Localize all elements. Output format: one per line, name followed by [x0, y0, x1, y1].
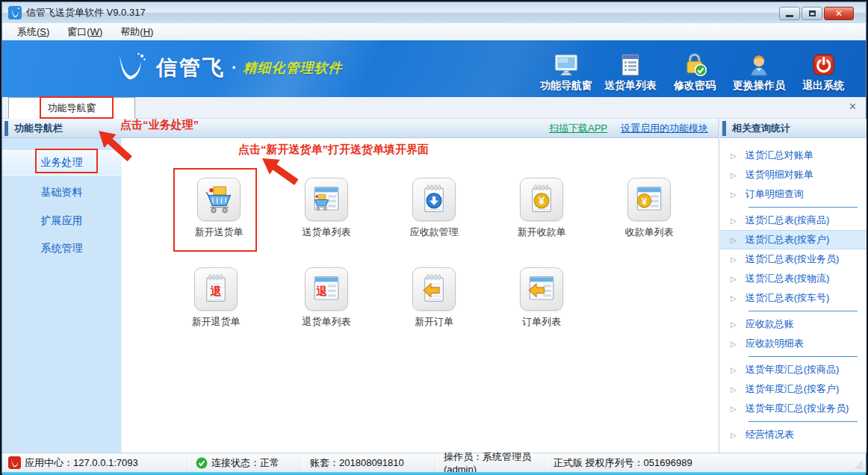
tab-label: 功能导航窗: [48, 102, 96, 115]
triangle-bullet-icon: ▷: [731, 171, 737, 179]
brand-logo-icon: [113, 51, 147, 85]
monitor-icon: [553, 53, 580, 77]
operator-icon: [746, 53, 772, 77]
banner: 信管飞 · 精细化管理软件 功能导航窗: [2, 40, 866, 97]
query-item-summary-by-product[interactable]: ▷送货汇总表(按商品): [720, 211, 867, 230]
tab-close-icon[interactable]: ✕: [849, 101, 857, 112]
query-item-summary-by-customer[interactable]: ▷送货汇总表(按客户): [720, 230, 867, 249]
maximize-icon: [809, 10, 816, 16]
triangle-bullet-icon: ▷: [731, 217, 737, 225]
menu-window[interactable]: 窗口(W): [60, 23, 110, 41]
maximize-button[interactable]: [802, 7, 822, 20]
query-item-annual-by-product[interactable]: ▷送货年度汇总(按商品): [720, 360, 867, 379]
triangle-bullet-icon: ▷: [731, 255, 737, 264]
status-bar: 应用中心：127.0.0.1:7093 连接状态：正常 账套：201808091…: [2, 453, 866, 472]
notepad-return-icon: 退: [194, 267, 238, 311]
window-return-icon: 退: [305, 267, 348, 311]
grid-item-return-note-list[interactable]: 退 退货单列表: [280, 267, 373, 329]
app-logo-icon: [8, 6, 22, 19]
list-divider: [720, 353, 867, 360]
toolbar-switch-operator-button[interactable]: 更换操作员: [727, 46, 791, 93]
brand-separator: ·: [232, 58, 237, 78]
tab-nav-window[interactable]: 功能导航窗: [8, 97, 135, 119]
right-panel-title: 相关查询统计: [732, 122, 790, 135]
brand-tagline: 精细化管理软件: [243, 59, 342, 77]
brand-name: 信管飞: [156, 54, 226, 82]
notepad-order-icon: [412, 267, 456, 311]
title-bar[interactable]: 信管飞送货单软件 V9.0.317 ✕: [2, 2, 866, 23]
sidebar-item-business[interactable]: 业务处理: [2, 150, 121, 176]
query-item-operating-report[interactable]: ▷经营情况表: [720, 425, 867, 444]
menu-system[interactable]: 系统(S): [10, 23, 57, 41]
query-item-order-detail-query[interactable]: ▷订单明细查询: [720, 184, 867, 204]
window-order-icon: [520, 267, 563, 311]
list-divider: [720, 418, 867, 425]
query-item-receivables-ledger[interactable]: ▷应收款总账: [720, 314, 867, 334]
brand-area: 信管飞 · 精细化管理软件: [113, 51, 342, 85]
query-item-summary-by-salesman[interactable]: ▷送货汇总表(按业务员): [720, 249, 867, 269]
toolbar-delivery-list-button[interactable]: 送货单列表: [598, 46, 663, 93]
header-accent-bar: [4, 121, 8, 136]
sidebar: 业务处理 基础资料 扩展应用 系统管理: [2, 138, 122, 453]
connection-ok-icon: [196, 457, 208, 469]
sidebar-item-system[interactable]: 系统管理: [2, 236, 121, 261]
toolbar-change-password-button[interactable]: 修改密码: [663, 46, 727, 93]
annotation-tip-new-note: 点击“新开送货单”打开送货单填开界面: [238, 143, 429, 157]
grid-item-new-return-note[interactable]: 退 新开退货单: [170, 267, 262, 329]
grid-item-new-order[interactable]: 新开订单: [388, 267, 480, 329]
sidebar-item-extensions[interactable]: 扩展应用: [2, 208, 121, 234]
grid-item-delivery-note-list[interactable]: 送货单列表: [280, 178, 373, 239]
modules-settings-link[interactable]: 设置启用的功能模块: [621, 122, 708, 135]
lock-icon: [681, 53, 708, 77]
toolbar-exit-button[interactable]: 退出系统: [791, 46, 855, 93]
query-item-delivery-detail-statement[interactable]: ▷送货明细对账单: [720, 165, 867, 184]
list-divider: [720, 308, 867, 314]
query-list: ▷送货汇总对账单 ▷送货明细对账单 ▷订单明细查询 ▷送货汇总表(按商品) ▷送…: [720, 138, 867, 444]
nav-header-title: 功能导航栏: [14, 122, 63, 135]
triangle-bullet-icon: ▷: [731, 405, 737, 413]
query-item-delivery-summary-statement[interactable]: ▷送货汇总对账单: [720, 146, 867, 165]
header-accent-bar: [722, 121, 726, 136]
query-item-annual-by-salesman[interactable]: ▷送货年度汇总(按业务员): [720, 399, 867, 418]
resize-grip[interactable]: [854, 460, 864, 470]
svg-text:¥: ¥: [642, 196, 648, 207]
status-license: 正式版 授权序列号：051696989: [548, 456, 692, 470]
svg-text:退: 退: [316, 285, 327, 297]
query-item-annual-by-customer[interactable]: ▷送货年度汇总(按客户): [720, 379, 867, 399]
main-area: 新开送货单: [122, 138, 719, 453]
notepad-download-icon: [412, 178, 456, 221]
query-item-receivables-detail[interactable]: ▷应收款明细表: [720, 334, 867, 353]
status-account: 账套：201808091810: [304, 456, 437, 470]
bottom-accent-line: [2, 472, 866, 475]
query-item-summary-by-logistics[interactable]: ▷送货汇总表(按物流): [720, 269, 867, 288]
triangle-bullet-icon: ▷: [731, 190, 737, 199]
cart-icon: [197, 178, 241, 221]
triangle-bullet-icon: ▷: [731, 236, 737, 244]
window-cart-icon: [305, 178, 348, 221]
menu-help[interactable]: 帮助(H): [113, 23, 161, 41]
grid-item-receipt-list[interactable]: ¥ 收款单列表: [603, 178, 695, 239]
close-button[interactable]: ✕: [824, 7, 854, 20]
grid-item-receivables-management[interactable]: 应收款管理: [388, 178, 480, 239]
query-item-summary-by-vehicle[interactable]: ▷送货汇总表(按车号): [720, 288, 867, 308]
close-icon: ✕: [835, 8, 843, 19]
banner-toolbar: 功能导航窗 送货单列表 修改密码: [534, 46, 855, 93]
notepad-yen-icon: ¥: [520, 178, 563, 221]
minimize-button[interactable]: [779, 7, 800, 20]
status-app-center: 应用中心：127.0.0.1:7093: [2, 456, 189, 470]
list-divider: [720, 204, 867, 211]
triangle-bullet-icon: ▷: [731, 320, 737, 329]
grid-item-new-delivery-note[interactable]: 新开送货单: [173, 178, 265, 239]
right-panel-header: 相关查询统计: [720, 119, 867, 138]
svg-text:退: 退: [209, 285, 221, 297]
grid-item-order-list[interactable]: 订单列表: [495, 267, 588, 329]
grid-item-new-receipt[interactable]: ¥ 新开收款单: [495, 178, 588, 239]
triangle-bullet-icon: ▷: [731, 275, 737, 283]
triangle-bullet-icon: ▷: [731, 152, 737, 160]
window-title: 信管飞送货单软件 V9.0.317: [26, 6, 146, 19]
sidebar-item-basic-data[interactable]: 基础资料: [2, 180, 121, 205]
download-app-link[interactable]: 扫描下载APP: [549, 122, 607, 135]
svg-text:¥: ¥: [539, 195, 545, 207]
toolbar-nav-window-button[interactable]: 功能导航窗: [534, 46, 598, 93]
tab-strip: 功能导航窗 ✕: [2, 97, 866, 119]
